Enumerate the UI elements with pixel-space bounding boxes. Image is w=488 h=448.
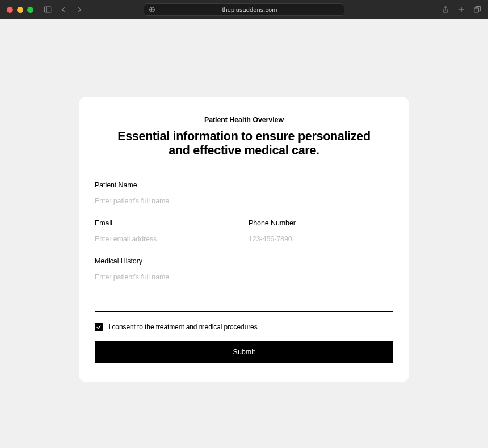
- phone-label: Phone Number: [249, 219, 393, 227]
- medical-history-input[interactable]: [95, 270, 393, 312]
- patient-name-field: Patient Name: [95, 181, 393, 210]
- forward-icon[interactable]: [75, 6, 83, 14]
- form-card: Patient Health Overview Essential inform…: [79, 97, 409, 382]
- submit-button[interactable]: Submit: [95, 341, 393, 363]
- consent-checkbox[interactable]: [95, 323, 103, 331]
- page-background: Patient Health Overview Essential inform…: [0, 19, 488, 448]
- share-icon[interactable]: [441, 6, 449, 14]
- browser-toolbar: theplusaddons.com: [0, 0, 488, 19]
- svg-rect-7: [474, 8, 479, 12]
- minimize-window-icon[interactable]: [17, 7, 23, 13]
- back-icon[interactable]: [60, 6, 68, 14]
- email-field: Email: [95, 219, 239, 248]
- card-overline: Patient Health Overview: [95, 116, 393, 124]
- check-icon: [96, 324, 102, 330]
- phone-input[interactable]: [249, 232, 393, 248]
- consent-label: I consent to the treatment and medical p…: [108, 323, 258, 331]
- tabs-icon[interactable]: [473, 6, 481, 14]
- medical-history-field: Medical History: [95, 257, 393, 314]
- url-text: theplusaddons.com: [160, 6, 339, 13]
- patient-name-input[interactable]: [95, 194, 393, 210]
- svg-rect-0: [44, 7, 51, 12]
- card-headline: Essential information to ensure personal…: [95, 129, 393, 158]
- globe-icon: [149, 6, 155, 13]
- phone-field: Phone Number: [249, 219, 393, 248]
- maximize-window-icon[interactable]: [27, 7, 33, 13]
- address-bar[interactable]: theplusaddons.com: [144, 3, 344, 16]
- patient-form: Patient Name Email Phone Number Medical …: [95, 181, 393, 363]
- medical-history-label: Medical History: [95, 257, 393, 265]
- sidebar-icon[interactable]: [44, 6, 52, 14]
- close-window-icon[interactable]: [7, 7, 13, 13]
- email-label: Email: [95, 219, 239, 227]
- patient-name-label: Patient Name: [95, 181, 393, 189]
- email-input[interactable]: [95, 232, 239, 248]
- new-tab-icon[interactable]: [457, 6, 465, 14]
- window-controls: [7, 7, 33, 13]
- consent-row[interactable]: I consent to the treatment and medical p…: [95, 323, 393, 331]
